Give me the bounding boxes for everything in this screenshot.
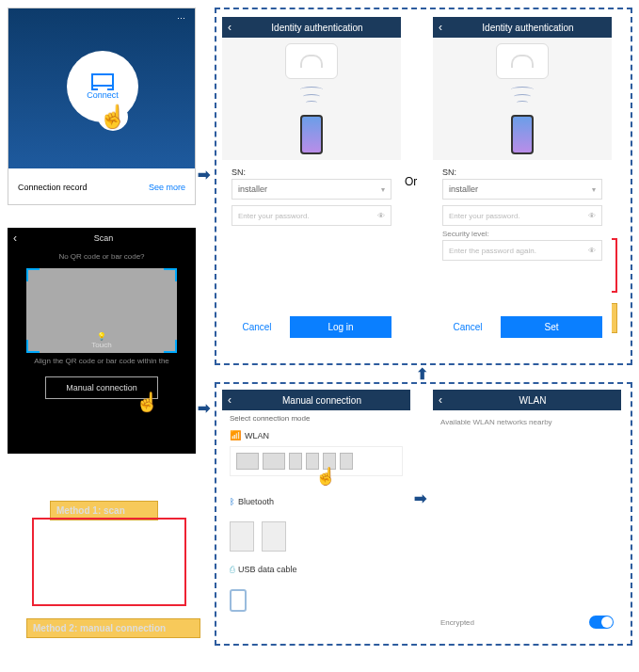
navbar: ‹ WLAN — [433, 390, 621, 410]
bt-section-label: ᛒ Bluetooth — [222, 493, 410, 510]
button-row: Cancel Set — [433, 309, 612, 345]
user-select[interactable]: installer ▾ — [442, 179, 602, 200]
signal-icon — [511, 87, 534, 109]
navbar: ‹ Identity authentication — [222, 17, 401, 38]
usb-section-label: ⎙ USB data cable — [222, 561, 410, 578]
page-title: Identity authentication — [450, 23, 606, 33]
set-form: SN: installer ▾ Enter your password. 👁 S… — [433, 160, 612, 272]
navbar: ‹ Identity authentication — [433, 17, 612, 38]
no-qr-label: No QR code or bar code? — [8, 248, 196, 264]
arrow-up-icon: ⬆ — [416, 365, 428, 383]
eye-icon[interactable]: 👁 — [377, 212, 385, 220]
back-icon[interactable]: ‹ — [439, 393, 442, 407]
device-illustration — [222, 38, 401, 160]
arrow-right-icon: ➡ — [414, 489, 426, 507]
more-icon[interactable]: ⋯ — [177, 14, 187, 24]
inverter-icon — [263, 453, 285, 470]
phone-icon — [300, 115, 323, 154]
arrow-right-icon: ➡ — [198, 399, 210, 417]
bt-device-icon — [230, 521, 254, 552]
login-form: SN: installer ▾ Enter your password. 👁 — [222, 160, 401, 237]
pointer-icon: ☝ — [315, 466, 336, 487]
set-button[interactable]: Set — [501, 316, 602, 338]
auth-login-screen: ‹ Identity authentication SN: installer … — [222, 17, 401, 351]
connection-record-label: Connection record — [18, 183, 88, 192]
wifi-icon: 📶 — [230, 430, 241, 440]
corner-icon — [26, 268, 40, 281]
pwd-placeholder: Enter your password. — [449, 212, 520, 220]
password-input[interactable]: Enter your password. 👁 — [442, 205, 602, 226]
bluetooth-icon: ᛒ — [230, 497, 234, 506]
sn-label: SN: — [232, 168, 391, 177]
wlan-label: WLAN — [245, 431, 269, 440]
logger-icon — [340, 453, 353, 470]
corner-icon — [26, 340, 40, 353]
user-value: installer — [238, 184, 267, 194]
bt-label: Bluetooth — [238, 497, 274, 506]
encrypted-label: Encrypted — [440, 618, 474, 627]
scan-navbar: ‹ Scan — [8, 228, 196, 248]
pwd-placeholder: Enter your password. — [238, 212, 310, 220]
cancel-button[interactable]: Cancel — [232, 316, 282, 338]
wlan-devices[interactable]: ☝ — [230, 446, 403, 476]
usb-icon: ⎙ — [230, 565, 234, 574]
callout-method2: Method 2: manual connection — [26, 618, 200, 638]
bt-devices[interactable] — [230, 521, 403, 552]
page-title: Identity authentication — [239, 23, 395, 33]
highlight-box — [32, 518, 186, 606]
sub-heading: Select connection mode — [222, 410, 410, 426]
back-icon[interactable]: ‹ — [228, 21, 232, 34]
chevron-down-icon: ▾ — [592, 185, 596, 194]
dongle-icon — [289, 453, 302, 470]
pwd2-placeholder: Enter the password again. — [449, 247, 536, 255]
home-screen: ⋯ Connect ☝ Connection record See more — [8, 8, 196, 205]
torch-hint[interactable]: 💡Touch — [91, 332, 111, 349]
wlan-screen: ‹ WLAN Available WLAN networks nearby Se… — [433, 390, 621, 634]
phone-icon — [511, 115, 534, 154]
security-label: Security level: — [442, 230, 602, 238]
chevron-down-icon: ▾ — [381, 185, 385, 194]
page-title: Manual connection — [239, 395, 405, 406]
hero: ⋯ Connect ☝ — [8, 8, 195, 168]
scan-screen: ‹ Scan No QR code or bar code? Method 1:… — [8, 228, 196, 454]
navbar: ‹ Manual connection — [222, 390, 410, 410]
page-title: WLAN — [450, 395, 615, 406]
pointer-icon: ☝ — [136, 391, 159, 413]
corner-icon — [164, 268, 177, 281]
device-illustration — [433, 38, 612, 160]
pointer-icon: ☝ — [98, 103, 128, 131]
cable-icon — [230, 589, 247, 612]
manual-connection-button[interactable]: Manual connection ☝ — [45, 376, 158, 399]
camera-frame[interactable]: 💡Touch — [26, 268, 177, 353]
router-icon — [496, 43, 549, 79]
login-button[interactable]: Log in — [290, 316, 391, 338]
password-confirm-input[interactable]: Enter the password again. 👁 — [442, 240, 602, 261]
corner-icon — [164, 340, 177, 353]
password-input[interactable]: Enter your password. 👁 — [232, 205, 391, 226]
or-label: Or — [405, 175, 417, 188]
connect-label: Connect — [87, 90, 119, 100]
eye-icon[interactable]: 👁 — [588, 212, 596, 220]
eye-icon[interactable]: 👁 — [588, 247, 596, 255]
usb-devices[interactable] — [230, 589, 403, 612]
manual-connection-screen: ‹ Manual connection Select connection mo… — [222, 390, 410, 634]
router-icon — [285, 43, 338, 79]
scan-icon — [93, 73, 112, 87]
cancel-button[interactable]: Cancel — [442, 316, 493, 338]
signal-icon — [300, 87, 323, 109]
user-select[interactable]: installer ▾ — [232, 179, 391, 200]
see-more-link[interactable]: See more — [149, 183, 185, 192]
encrypted-toggle[interactable] — [589, 616, 614, 629]
auth-set-screen: ‹ Identity authentication SN: installer … — [433, 17, 612, 351]
back-icon[interactable]: ‹ — [439, 21, 442, 34]
usb-label: USB data cable — [238, 565, 297, 574]
button-row: Cancel Log in — [222, 309, 401, 345]
back-icon[interactable]: ‹ — [228, 393, 232, 407]
arrow-right-icon: ➡ — [198, 166, 210, 184]
wlan-section-label: 📶 WLAN — [222, 426, 410, 444]
sn-label: SN: — [442, 168, 602, 177]
bt-device-icon — [262, 521, 286, 552]
inverter-icon — [236, 453, 259, 470]
home-footer: Connection record See more — [8, 168, 195, 206]
wlan-sub: Available WLAN networks nearby — [433, 410, 621, 434]
